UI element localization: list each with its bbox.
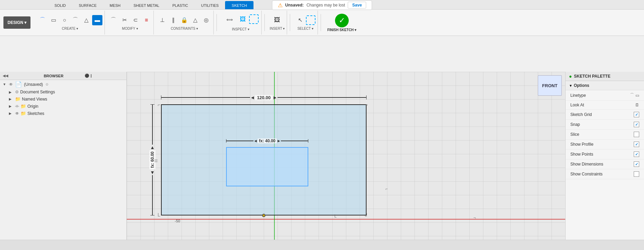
- palette-section-options[interactable]: ▼ Options: [566, 81, 644, 90]
- view-cube-label: FRONT: [542, 83, 558, 88]
- palette-row-look-at: Look At 🗓: [566, 101, 644, 110]
- snap-checkbox[interactable]: [634, 122, 639, 127]
- sketch-grid-checkbox[interactable]: [634, 112, 639, 117]
- modify-group: ⌒ ✂ ⊂ ≡ MODIFY ▾: [106, 11, 154, 35]
- trim-tool[interactable]: ✂: [119, 15, 129, 25]
- separator-3: [290, 14, 290, 31]
- finish-sketch-label: FINISH SKETCH ▾: [327, 28, 356, 32]
- notification-bar: ⚠ Unsaved: Changes may be lost Save: [0, 0, 644, 10]
- show-dimensions-checkbox[interactable]: [634, 161, 639, 167]
- offset-tool[interactable]: ⊂: [130, 15, 140, 25]
- palette-circle-icon[interactable]: ●: [569, 74, 572, 79]
- browser-item-doc-settings[interactable]: ▶ ⚙ Document Settings: [0, 89, 126, 95]
- select-group: ↖ SELECT ▾: [293, 11, 318, 35]
- axis-label-neg50: -50: [175, 219, 180, 223]
- label-doc-settings: Document Settings: [20, 90, 55, 94]
- eye-icon-origin[interactable]: 👁: [15, 104, 19, 109]
- triangle-tool[interactable]: △: [81, 15, 91, 25]
- landscape-icon[interactable]: 🖼: [238, 14, 248, 25]
- constraints-group: ⊥ ∥ 🔒 △ ◎ CONSTRAINTS ▾: [155, 11, 214, 35]
- constraint-tl: ⌐: [158, 102, 160, 107]
- select-box-icon[interactable]: [249, 14, 259, 24]
- inner-sketch-rectangle[interactable]: [226, 147, 308, 186]
- eye-icon-unsaved[interactable]: 👁: [9, 82, 13, 87]
- select-label[interactable]: SELECT ▾: [297, 27, 313, 30]
- constraint-mid-bottom: L: [334, 214, 337, 219]
- measure-icon[interactable]: ⟺: [222, 14, 237, 25]
- separator-4: [321, 14, 321, 31]
- circle-tool[interactable]: ○: [59, 15, 70, 25]
- rectangle-tool[interactable]: ▭: [48, 15, 59, 25]
- show-profile-checkbox[interactable]: [634, 142, 639, 147]
- sketch-palette: ● SKETCH PALETTE ▼ Options Linetype ⌒ ▭ …: [565, 72, 644, 250]
- canvas-area[interactable]: ◄ 120.00 ► ▲ fx: 60.00 ▼ ◄ fx: 40.00 ►: [127, 72, 565, 250]
- folder-icon-sketches: 📁: [21, 111, 26, 116]
- status-bar: [0, 240, 644, 250]
- cursor-icon[interactable]: ↖: [295, 15, 305, 25]
- rectangle-filled-tool[interactable]: ▬: [92, 15, 102, 25]
- modify-label[interactable]: MODIFY ▾: [122, 27, 138, 30]
- view-cube[interactable]: FRONT: [538, 75, 562, 96]
- insert-icon[interactable]: 🖼: [272, 15, 282, 25]
- browser-item-sketches[interactable]: ▶ 👁 📁 Sketches: [0, 110, 126, 117]
- browser-item-origin[interactable]: ▶ 👁 📁 Origin: [0, 103, 126, 110]
- label-origin: Origin: [27, 104, 38, 109]
- perpendicular-constraint[interactable]: ⊥: [157, 15, 168, 25]
- design-label: DESIGN ▾: [8, 20, 26, 25]
- mirror-tool[interactable]: ≡: [141, 15, 151, 25]
- browser-title: BROWSER: [44, 74, 83, 78]
- label-sketches: Sketches: [27, 111, 44, 116]
- browser-item-unsaved[interactable]: ▼ 👁 📄 (Unsaved) ⊙: [0, 80, 126, 89]
- browser-item-named-views[interactable]: ▶ 📁 Named Views: [0, 95, 126, 103]
- unsaved-label: Unsaved:: [285, 3, 304, 8]
- constraint-br: J: [365, 212, 367, 218]
- fillet-tool[interactable]: ⌒: [108, 15, 119, 25]
- show-points-label: Show Points: [570, 152, 593, 157]
- finish-sketch-button[interactable]: ✓ FINISH SKETCH ▾: [324, 12, 359, 34]
- create-label[interactable]: CREATE ▾: [62, 27, 78, 30]
- toolbar-icons-row: DESIGN ▾ ⌒ ▭ ○ ⌒ △ ▬ CREATE ▾ ⌒ ✂ ⊂ ≡ MO…: [0, 10, 644, 36]
- tree-arrow-origin: ▶: [9, 104, 14, 108]
- slice-checkbox[interactable]: [634, 132, 639, 137]
- linetype-control: ⌒ ▭: [630, 92, 639, 98]
- arc-tool[interactable]: ⌒: [70, 15, 80, 25]
- slice-label: Slice: [570, 132, 579, 137]
- constraint-tr: ¬: [365, 102, 368, 107]
- line-tool[interactable]: ⌒: [37, 15, 48, 25]
- constraints-label[interactable]: CONSTRAINTS ▾: [171, 27, 198, 30]
- dimension-inner-line: ◄ fx: 40.00 ►: [226, 137, 308, 144]
- insert-group: 🖼 INSERT ▾: [268, 11, 287, 35]
- lock-constraint[interactable]: 🔒: [179, 15, 189, 25]
- folder-icon-unsaved: 📄: [15, 81, 22, 88]
- look-at-icon[interactable]: 🗓: [635, 103, 639, 107]
- browser-options-icon[interactable]: ⚫ |: [85, 74, 124, 78]
- warning-icon: ⚠: [278, 2, 283, 9]
- eye-icon-sketches[interactable]: 👁: [15, 111, 19, 116]
- constraint-bl: L: [158, 212, 160, 218]
- show-points-checkbox[interactable]: [634, 152, 639, 157]
- palette-row-show-dimensions: Show Dimensions: [566, 159, 644, 169]
- look-at-label: Look At: [570, 103, 584, 107]
- concentric-constraint[interactable]: ◎: [201, 15, 211, 25]
- show-constraints-checkbox[interactable]: [634, 171, 639, 177]
- show-dimensions-label: Show Dimensions: [570, 162, 603, 167]
- inspect-label[interactable]: INSPECT ▾: [232, 27, 249, 31]
- palette-row-show-profile: Show Profile: [566, 140, 644, 149]
- target-icon: ⊙: [46, 82, 48, 86]
- save-button[interactable]: Save: [348, 2, 366, 9]
- coincident-constraint[interactable]: △: [190, 15, 200, 25]
- linetype-icon2[interactable]: ▭: [635, 93, 639, 98]
- parallel-constraint[interactable]: ∥: [168, 15, 178, 25]
- arrow-left-inner: ◄: [253, 139, 258, 143]
- design-button[interactable]: DESIGN ▾: [3, 16, 30, 29]
- insert-label[interactable]: INSERT ▾: [270, 27, 285, 30]
- separator-1: [216, 14, 217, 31]
- palette-row-sketch-grid: Sketch Grid: [566, 110, 644, 120]
- browser-panel: ◀◀ BROWSER ⚫ | ▼ 👁 📄 (Unsaved) ⊙ ▶ ⚙ Doc…: [0, 72, 127, 250]
- tree-arrow-views: ▶: [9, 97, 14, 101]
- arrow-down-left: ▼: [150, 170, 155, 175]
- linetype-icon1[interactable]: ⌒: [630, 92, 634, 98]
- x-axis-line: [127, 219, 565, 220]
- options-arrow: ▼: [569, 84, 572, 88]
- select-box-icon2[interactable]: [306, 15, 315, 25]
